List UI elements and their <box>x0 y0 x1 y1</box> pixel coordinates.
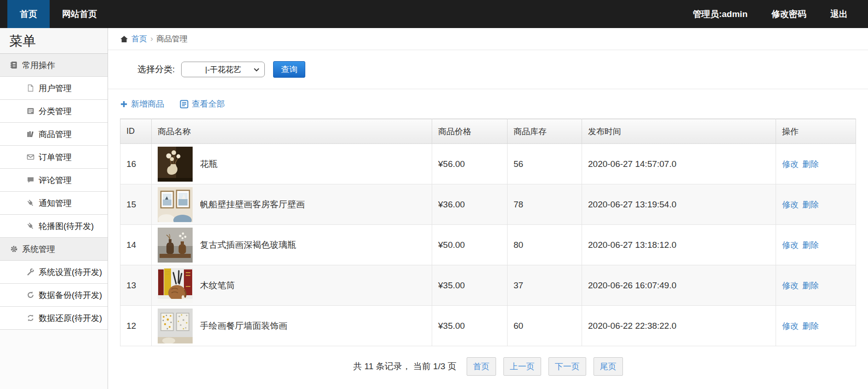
product-id: 13 <box>120 265 152 306</box>
product-stock: 78 <box>508 184 582 225</box>
product-price: ¥56.00 <box>432 144 508 184</box>
plug-icon <box>27 222 34 230</box>
redo-icon <box>27 291 34 299</box>
header-publish-time: 发布时间 <box>582 119 776 144</box>
sidebar-item-label: 订单管理 <box>39 146 72 169</box>
product-name: 手绘画餐厅墙面装饰画 <box>200 320 287 332</box>
sidebar-item-label: 用户管理 <box>39 77 72 100</box>
header-stock: 商品库存 <box>508 119 582 144</box>
sidebar-item[interactable]: 系统设置(待开发) <box>0 261 108 284</box>
sidebar-menu: 常用操作用户管理分类管理商品管理订单管理评论管理通知管理轮播图(待开发)系统管理… <box>0 54 108 330</box>
sidebar-item-label: 轮播图(待开发) <box>39 215 94 238</box>
sidebar-group-label: 常用操作 <box>22 54 55 77</box>
sidebar-item[interactable]: 轮播图(待开发) <box>0 215 108 238</box>
add-product-label: 新增商品 <box>131 98 164 109</box>
header-id: ID <box>120 119 152 144</box>
product-price: ¥35.00 <box>432 265 508 306</box>
table-header-row: ID 商品名称 商品价格 商品库存 发布时间 操作 <box>120 119 856 144</box>
edit-link[interactable]: 修改 <box>782 200 799 209</box>
sidebar-item[interactable]: 通知管理 <box>0 192 108 215</box>
product-thumbnail <box>158 268 193 303</box>
delete-link[interactable]: 删除 <box>802 160 819 169</box>
product-name: 复古式插画深褐色玻璃瓶 <box>200 239 296 251</box>
sidebar-item[interactable]: 评论管理 <box>0 169 108 192</box>
sidebar-item-label: 系统设置(待开发) <box>39 261 102 284</box>
sidebar-item-label: 评论管理 <box>39 169 72 192</box>
product-name: 木纹笔筒 <box>200 280 235 292</box>
address-book-icon <box>10 61 18 69</box>
admin-user-label: 管理员:admin <box>693 8 748 20</box>
table-row: 15 帆船壁挂壁画客房客厅壁画 ¥36.00 78 2020-06-27 13:… <box>120 184 856 225</box>
list-alt-icon <box>27 107 34 115</box>
main-content: 首页 › 商品管理 选择分类: |-干花花艺 查询 新增商品 <box>108 28 868 389</box>
sidebar-item[interactable]: 订单管理 <box>0 146 108 169</box>
delete-link[interactable]: 删除 <box>802 321 819 331</box>
top-navbar: 首页网站首页 管理员:admin 修改密码 退出 <box>0 0 868 28</box>
edit-link[interactable]: 修改 <box>782 240 799 250</box>
pagination-prev-button[interactable]: 上一页 <box>503 357 541 376</box>
sidebar-group-system[interactable]: 系统管理 <box>0 238 108 261</box>
product-stock: 80 <box>508 225 582 265</box>
table-row: 13 木纹笔筒 ¥35.00 37 2020-06-26 16:07:49.0 … <box>120 265 856 306</box>
books-icon <box>27 130 34 138</box>
product-publish-time: 2020-06-26 16:07:49.0 <box>582 265 776 306</box>
product-price: ¥36.00 <box>432 184 508 225</box>
product-stock: 37 <box>508 265 582 306</box>
sidebar-item[interactable]: 分类管理 <box>0 100 108 123</box>
delete-link[interactable]: 删除 <box>802 200 819 209</box>
breadcrumb-home-link[interactable]: 首页 <box>131 34 147 44</box>
breadcrumb: 首页 › 商品管理 <box>108 28 868 50</box>
pagination-first-button[interactable]: 首页 <box>467 357 496 376</box>
delete-link[interactable]: 删除 <box>802 240 819 250</box>
envelope-icon <box>27 153 34 161</box>
view-all-link[interactable]: 查看全部 <box>180 98 225 109</box>
sidebar-group-common[interactable]: 常用操作 <box>0 54 108 77</box>
edit-link[interactable]: 修改 <box>782 281 799 290</box>
sidebar-item[interactable]: 数据还原(待开发) <box>0 307 108 330</box>
list-icon <box>180 100 188 109</box>
product-thumbnail <box>158 228 193 263</box>
product-stock: 56 <box>508 144 582 184</box>
breadcrumb-separator-icon: › <box>150 34 153 44</box>
navbar-right: 管理员:admin 修改密码 退出 <box>693 0 868 28</box>
navbar-tabs: 首页网站首页 <box>7 0 109 28</box>
logout-link[interactable]: 退出 <box>830 8 848 20</box>
product-name: 帆船壁挂壁画客房客厅壁画 <box>200 199 305 211</box>
wrench-icon <box>27 268 34 276</box>
home-icon <box>120 35 128 43</box>
search-button[interactable]: 查询 <box>273 61 305 78</box>
sidebar-item[interactable]: 数据备份(待开发) <box>0 284 108 307</box>
chevron-down-icon <box>254 68 259 72</box>
product-thumbnail <box>158 147 193 182</box>
pagination-last-button[interactable]: 尾页 <box>594 357 623 376</box>
product-table-body: 16 花瓶 ¥56.00 56 2020-06-27 14:57:07.0 修改… <box>120 144 856 346</box>
change-password-link[interactable]: 修改密码 <box>771 8 806 20</box>
edit-link[interactable]: 修改 <box>782 321 799 331</box>
sidebar-item[interactable]: 用户管理 <box>0 77 108 100</box>
pagination-summary: 共 11 条记录， 当前 1/3 页 <box>353 360 457 372</box>
table-row: 16 花瓶 ¥56.00 56 2020-06-27 14:57:07.0 修改… <box>120 144 856 184</box>
navbar-tab-site-home[interactable]: 网站首页 <box>50 0 109 28</box>
pagination-next-button[interactable]: 下一页 <box>548 357 586 376</box>
comment-icon <box>27 176 34 184</box>
sidebar-item-label: 数据还原(待开发) <box>39 307 102 330</box>
product-id: 16 <box>120 144 152 184</box>
header-price: 商品价格 <box>432 119 508 144</box>
category-filter-label: 选择分类: <box>137 63 175 75</box>
sidebar: 菜单 常用操作用户管理分类管理商品管理订单管理评论管理通知管理轮播图(待开发)系… <box>0 28 108 389</box>
product-id: 12 <box>120 306 152 346</box>
add-product-link[interactable]: 新增商品 <box>120 98 164 109</box>
sidebar-item[interactable]: 商品管理 <box>0 123 108 146</box>
edit-link[interactable]: 修改 <box>782 160 799 169</box>
delete-link[interactable]: 删除 <box>802 281 819 290</box>
file-icon <box>27 84 34 92</box>
header-operations: 操作 <box>776 119 856 144</box>
category-select[interactable]: |-干花花艺 <box>181 62 265 77</box>
table-row: 12 手绘画餐厅墙面装饰画 ¥35.00 60 2020-06-22 22:38… <box>120 306 856 346</box>
product-stock: 60 <box>508 306 582 346</box>
navbar-tab-home[interactable]: 首页 <box>7 0 50 28</box>
sidebar-item-label: 商品管理 <box>39 123 72 146</box>
product-price: ¥50.00 <box>432 225 508 265</box>
sidebar-item-label: 通知管理 <box>39 192 72 215</box>
header-product-name: 商品名称 <box>152 119 432 144</box>
